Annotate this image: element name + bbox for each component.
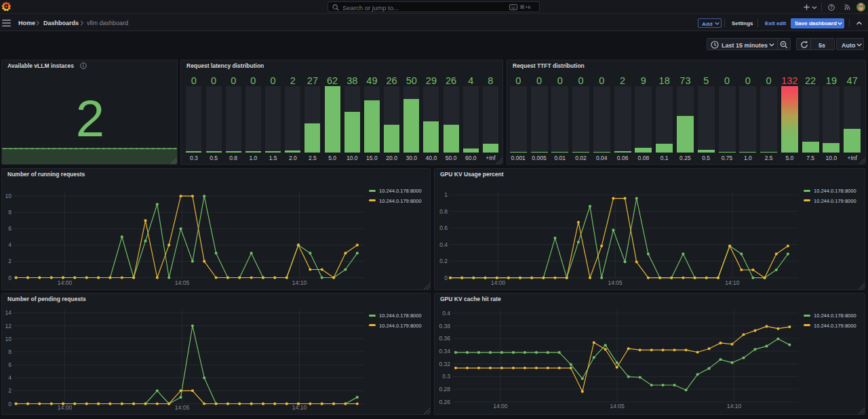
svg-text:6: 6 <box>8 361 12 368</box>
svg-text:6: 6 <box>8 225 12 232</box>
svg-text:0.36: 0.36 <box>439 335 450 342</box>
svg-text:1: 1 <box>444 191 448 198</box>
svg-text:0.3: 0.3 <box>442 373 450 380</box>
svg-text:0.8: 0.8 <box>439 208 448 215</box>
svg-text:14:10: 14:10 <box>292 404 307 411</box>
svg-text:0.28: 0.28 <box>439 386 450 393</box>
svg-text:0: 0 <box>8 275 12 281</box>
svg-text:4: 4 <box>8 374 12 381</box>
svg-text:8: 8 <box>8 348 12 355</box>
svg-text:0.2: 0.2 <box>439 258 448 264</box>
svg-text:14: 14 <box>5 309 12 316</box>
svg-text:0.4: 0.4 <box>439 241 448 248</box>
svg-text:12: 12 <box>5 323 12 330</box>
svg-text:8: 8 <box>8 209 12 216</box>
svg-text:4: 4 <box>8 241 12 248</box>
svg-text:10: 10 <box>5 193 12 199</box>
svg-text:14:05: 14:05 <box>610 403 625 410</box>
svg-text:14:10: 14:10 <box>725 279 740 286</box>
svg-text:0.38: 0.38 <box>439 323 450 330</box>
svg-text:0: 0 <box>444 275 448 281</box>
svg-text:0.4: 0.4 <box>442 310 450 317</box>
svg-text:0.32: 0.32 <box>439 361 450 367</box>
svg-text:2: 2 <box>8 258 12 264</box>
svg-text:14:05: 14:05 <box>608 279 623 286</box>
svg-text:0.26: 0.26 <box>439 399 450 405</box>
svg-text:?: ? <box>830 5 833 9</box>
svg-text:14:00: 14:00 <box>493 403 508 410</box>
svg-text:14:10: 14:10 <box>292 279 307 286</box>
svg-text:0.6: 0.6 <box>439 224 448 231</box>
svg-text:0.34: 0.34 <box>439 348 450 355</box>
svg-text:14:10: 14:10 <box>727 403 742 410</box>
svg-text:14:00: 14:00 <box>491 279 506 286</box>
svg-text:14:05: 14:05 <box>175 279 190 286</box>
svg-text:14:05: 14:05 <box>175 404 190 411</box>
svg-text:10: 10 <box>5 336 12 342</box>
svg-text:14:00: 14:00 <box>58 404 73 411</box>
svg-text:14:00: 14:00 <box>58 279 73 286</box>
svg-text:0: 0 <box>8 401 12 407</box>
svg-text:2: 2 <box>8 387 12 394</box>
